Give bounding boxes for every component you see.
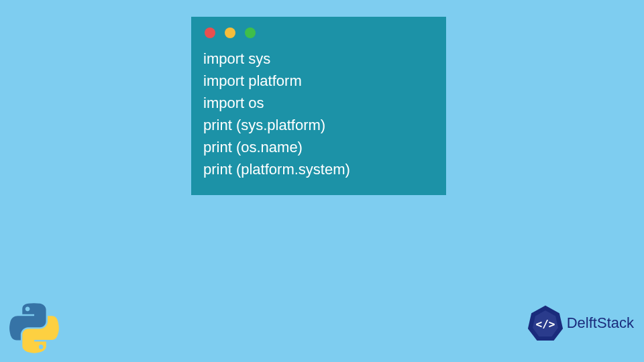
code-line: import os <box>203 92 434 114</box>
delftstack-badge-icon: </> <box>527 304 564 342</box>
code-window: import sys import platform import os pri… <box>191 17 446 195</box>
delftstack-branding: </> DelftStack <box>527 304 634 342</box>
maximize-icon <box>245 27 256 38</box>
code-line: import sys <box>203 48 434 70</box>
branding-text: DelftStack <box>567 314 634 332</box>
code-line: import platform <box>203 70 434 92</box>
python-logo-icon <box>8 302 60 354</box>
code-line: print (platform.system) <box>203 158 434 180</box>
close-icon <box>205 27 215 38</box>
svg-text:</>: </> <box>535 318 555 330</box>
minimize-icon <box>225 27 235 38</box>
code-line: print (sys.platform) <box>203 114 434 136</box>
window-controls <box>205 27 434 38</box>
code-line: print (os.name) <box>203 136 434 158</box>
